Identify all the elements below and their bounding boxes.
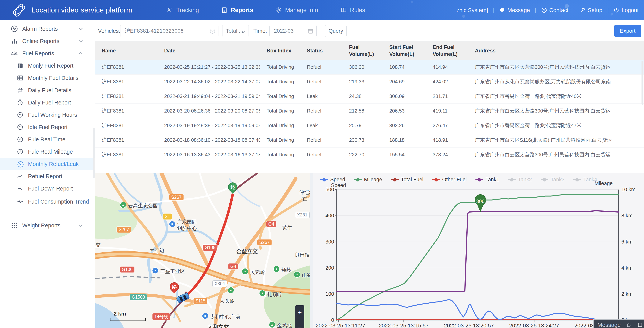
road-badge: S115 xyxy=(194,298,207,304)
sidebar-item-fuel-consumption-trend[interactable]: Fuel Consumption Trend xyxy=(0,195,95,219)
route-map[interactable]: 交 S267 S1 ▲ 云高生态公园 仲恺农 (白 X281 ■ 广东国际 划船… xyxy=(95,173,310,328)
clear-icon[interactable] xyxy=(210,28,216,34)
user-name[interactable]: zhjc[System] xyxy=(456,7,488,14)
sidebar-item-idle-fuel-report[interactable]: Idle Fuel Report xyxy=(0,121,95,133)
status-badge: Leak xyxy=(300,89,343,103)
table-header: Name Date Box Index Status Fuel Volume(L… xyxy=(95,42,644,60)
map-label: 太和中心广场 xyxy=(210,313,240,320)
map-scale-bar xyxy=(110,318,146,321)
map-canvas[interactable] xyxy=(95,173,310,328)
nav-reports[interactable]: Reports xyxy=(221,7,253,14)
sidebar-item-alarm-reports[interactable]: Alarm Reports xyxy=(0,23,95,35)
mountain-icon: ▲ xyxy=(273,266,280,272)
book-icon xyxy=(340,7,347,14)
mountain-icon: ▲ xyxy=(228,287,234,293)
nav-manage-info[interactable]: Manage Info xyxy=(276,7,318,14)
road-badge: S267 xyxy=(257,239,272,245)
sidebar-item-weight-reports[interactable]: Weight Reports xyxy=(0,219,95,232)
navbar-right: zhjc[System] | Message | Contact | Setup… xyxy=(456,0,639,20)
contact-link[interactable]: Contact xyxy=(541,7,568,14)
setup-link[interactable]: Setup xyxy=(580,7,602,14)
wave-icon xyxy=(17,161,24,167)
query-button[interactable]: Query xyxy=(325,25,346,37)
table-row[interactable]: 沪EF83812022-03-19 19:48:38 - 2022-03-19 … xyxy=(95,118,644,133)
map-label: 交 xyxy=(96,242,101,248)
app: Location video service platform Tracking… xyxy=(0,0,644,328)
road-badge: S267 xyxy=(117,227,131,233)
route-start-pin[interactable]: 起 xyxy=(228,183,237,192)
power-icon xyxy=(614,7,619,13)
sidebar-item-fuel-down-report[interactable]: Fuel Down Report xyxy=(0,183,95,195)
map-label: 云高生态公园 xyxy=(128,202,158,209)
hammer-icon xyxy=(580,7,586,13)
table-row[interactable]: 沪EF83812022-03-21 19:49:04 - 2022-03-21 … xyxy=(95,89,644,104)
mountain-icon: ▲ xyxy=(269,321,276,328)
reports-icon xyxy=(221,7,228,14)
gear-icon xyxy=(276,7,282,14)
logout-link[interactable]: Logout xyxy=(614,7,639,14)
chevron-up-icon xyxy=(79,52,83,56)
tracking-icon xyxy=(167,7,173,14)
message-widget-label: Message xyxy=(598,322,621,328)
route-end-pin[interactable]: 终 xyxy=(170,282,179,291)
table-filled-icon xyxy=(17,62,24,69)
time-picker[interactable]: 2022-03 xyxy=(270,25,317,37)
vehicles-label: Vehicles: xyxy=(98,20,120,42)
restore-icon[interactable] xyxy=(626,322,632,328)
idle-gauge-icon xyxy=(17,124,24,130)
fuel-chart: Speed Mileage Total Fuel Other Fuel Tank… xyxy=(312,173,644,328)
nav-tracking[interactable]: Tracking xyxy=(167,7,199,14)
sidebar-item-fule-real-time[interactable]: Fule Real Time xyxy=(0,133,95,145)
calendar-icon xyxy=(308,28,313,34)
sidebar-item-refuel-report[interactable]: Refuel Report xyxy=(0,170,95,183)
map-label: 良田镇 xyxy=(295,252,310,258)
status-badge: Refuel xyxy=(300,104,343,118)
message-widget[interactable]: Message xyxy=(593,319,644,328)
chevron-down-icon xyxy=(79,223,83,227)
table-scrollbar[interactable] xyxy=(642,61,644,105)
table-row[interactable]: 沪EF83812022-03-18 08:36:10 - 2022-03-18 … xyxy=(95,133,644,147)
zoom-in-button[interactable]: + xyxy=(295,305,304,320)
maximize-icon[interactable] xyxy=(638,322,643,328)
vehicle-input[interactable] xyxy=(120,28,218,34)
fuel-gauge-icon xyxy=(11,50,18,57)
vehicle-search-box xyxy=(120,25,218,37)
chart-plot[interactable]: 306 xyxy=(312,173,644,328)
poi-icon: ■ xyxy=(169,221,176,227)
map-scale-label: 2 km xyxy=(114,311,126,317)
sidebar-item-daily-fuel-report[interactable]: Daily Fuel Report xyxy=(0,96,95,109)
sidebar-item-monthly-refuel-leak[interactable]: Monthly Refuel/Leak xyxy=(0,158,95,170)
map-label: 三盛工业区 xyxy=(160,268,185,275)
mountain-icon: ▲ xyxy=(242,268,248,275)
sidebar-item-daily-fuel-details[interactable]: Daily Fuel Details xyxy=(0,84,95,96)
pulse-icon xyxy=(17,198,24,205)
table-row[interactable]: 沪EF83812022-03-22 14:36:02 - 2022-03-22 … xyxy=(95,75,644,89)
nav-rules[interactable]: Rules xyxy=(340,7,365,14)
road-badge: G105 xyxy=(203,245,217,251)
hash-icon xyxy=(17,87,24,94)
message-icon xyxy=(500,7,505,13)
sidebar-scrollbar[interactable] xyxy=(93,128,95,178)
sidebar-item-online-reports[interactable]: Online Reports xyxy=(0,35,95,47)
zoom-out-button[interactable]: − xyxy=(295,320,304,328)
table-row[interactable]: 沪EF83812022-03-20 08:26:36 - 2022-03-20 … xyxy=(95,104,644,118)
sidebar-item-monthly-fuel-details[interactable]: Monthly Fuel Details xyxy=(0,72,95,84)
message-link[interactable]: Message xyxy=(500,7,530,14)
table-row[interactable]: 沪EF83812022-03-16 13:36:43 - 2022-03-16 … xyxy=(95,147,644,162)
sidebar-item-fule-real-mileage[interactable]: Fule Real Mileage xyxy=(0,145,95,158)
sidebar-item-fuel-working-hours[interactable]: Fuel Working Hours xyxy=(0,109,95,121)
time-label: Time: xyxy=(253,20,267,42)
sidebar-item-monly-fuel-report[interactable]: Monly Fuel Report xyxy=(0,60,95,72)
sidebar-item-fuel-reports[interactable]: Fuel Reports xyxy=(0,47,95,60)
road-badge: S1 xyxy=(163,214,172,220)
map-label: 太和立交 xyxy=(208,323,229,328)
total-select[interactable]: Total ... xyxy=(222,25,249,37)
table-grid-icon xyxy=(17,75,24,81)
export-button[interactable]: Export xyxy=(614,25,641,37)
top-navbar: Location video service platform Tracking… xyxy=(0,0,644,20)
map-label: 矮岭 xyxy=(281,267,291,273)
map-label: 贝壳岭 xyxy=(250,269,265,276)
mountain-icon: ▲ xyxy=(259,290,266,296)
road-badge: G4 xyxy=(228,263,238,269)
table-row[interactable]: 沪EF83812022-03-25 13:21:27 - 2022-03-25 … xyxy=(95,60,644,75)
